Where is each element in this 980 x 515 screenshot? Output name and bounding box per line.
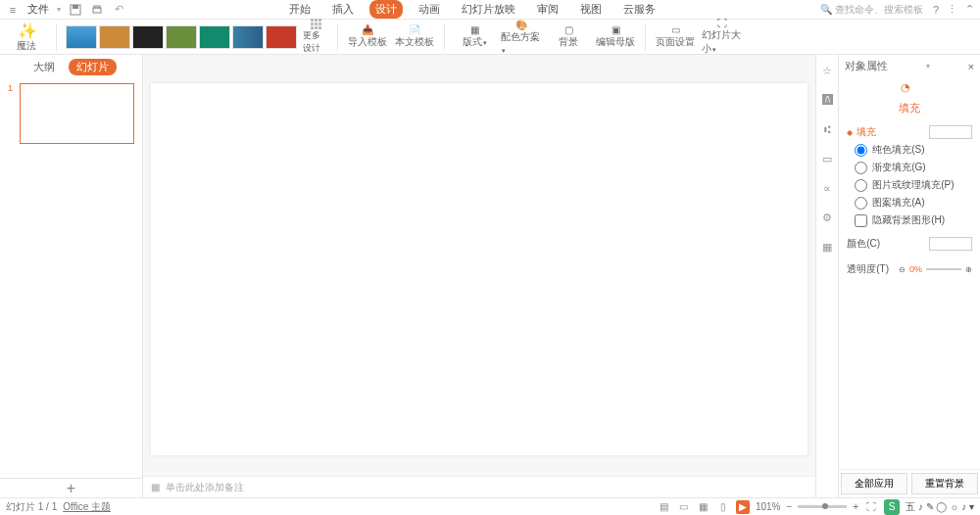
tab-animation[interactable]: 动画 (413, 0, 446, 19)
fill-picture-radio[interactable] (855, 179, 867, 192)
template-thumb[interactable] (266, 25, 297, 49)
styles-icon[interactable]: 🅰 (819, 92, 835, 108)
fill-pattern-option[interactable]: 图案填充(A) (855, 196, 970, 210)
file-menu[interactable]: 文件 (27, 2, 49, 17)
share-icon[interactable]: ∝ (819, 180, 835, 196)
import-icon: 📥 (362, 24, 373, 35)
wps-badge-icon[interactable]: S (884, 499, 900, 515)
tab-start[interactable]: 开始 (283, 0, 317, 19)
fill-solid-radio[interactable] (855, 144, 867, 157)
tab-view[interactable]: 视图 (574, 0, 608, 19)
ime-indicator[interactable]: 五 ♪ ✎ ◯ ☼ ♪ ▾ (906, 500, 974, 514)
separator (56, 23, 57, 51)
fill-pattern-radio[interactable] (855, 197, 867, 210)
normal-view-icon[interactable]: ▭ (677, 500, 691, 514)
reading-view-icon[interactable]: ▯ (716, 500, 730, 514)
template-thumb[interactable] (66, 25, 97, 49)
command-search[interactable]: 🔍 查找命令、搜索模板 (820, 3, 923, 17)
property-title: 对象属性 (845, 59, 888, 73)
current-label: 本文模板 (395, 35, 434, 49)
notes-icon: ▦ (151, 482, 160, 492)
zoom-slider[interactable] (798, 505, 847, 508)
ribbon: ✨ 魔法 更多设计 📥 导入模板 📄 本文模板 ▦ 版式 🎨 配色方案 ▢ 背景… (0, 20, 980, 55)
magic-icon: ✨ (18, 22, 35, 39)
settings-icon[interactable]: ⚙ (819, 210, 835, 225)
ribbon-tabs: 开始 插入 设计 动画 幻灯片放映 审阅 视图 云服务 (125, 0, 820, 19)
tab-cloud[interactable]: 云服务 (617, 0, 662, 19)
fill-gradient-option[interactable]: 渐变填充(G) (855, 161, 970, 174)
notes-pane[interactable]: ▦ 单击此处添加备注 (143, 476, 815, 497)
fill-picture-option[interactable]: 图片或纹理填充(P) (855, 178, 970, 192)
fill-gradient-label: 渐变填充(G) (872, 161, 925, 174)
print-icon[interactable] (90, 3, 104, 17)
edit-master-label: 编辑母版 (596, 35, 635, 49)
tab-design[interactable]: 设计 (369, 0, 403, 19)
color-scheme-label: 配色方案 (501, 30, 542, 55)
fill-gradient-radio[interactable] (855, 162, 867, 174)
help-icon[interactable]: ? (933, 4, 939, 16)
star-icon[interactable]: ☆ (819, 63, 835, 78)
reset-bg-button[interactable]: 重置背景 (911, 473, 978, 494)
save-icon[interactable] (69, 3, 82, 17)
fill-section-title[interactable]: 填充 (839, 119, 980, 141)
palette-icon: 🎨 (515, 20, 527, 30)
fill-picture-label: 图片或纹理填充(P) (872, 178, 954, 192)
property-header: 对象属性▾ × (839, 55, 980, 77)
svg-rect-1 (73, 5, 78, 9)
menu-icon[interactable]: ≡ (6, 3, 20, 17)
slide-thumbnail[interactable] (20, 83, 134, 144)
fill-preview-swatch[interactable] (929, 125, 972, 139)
color-swatch[interactable] (929, 237, 972, 251)
status-bar: 幻灯片 1 / 1 Office 主题 ▤ ▭ ▦ ▯ ▶ 101% − + ⛶… (0, 497, 980, 515)
edit-master-button[interactable]: ▣ 编辑母版 (595, 24, 636, 49)
template-thumb[interactable] (166, 25, 197, 49)
undo-icon[interactable]: ↶ (112, 3, 125, 17)
slides-tab[interactable]: 幻灯片 (69, 59, 117, 75)
template-gallery[interactable] (66, 25, 297, 49)
sorter-view-icon[interactable]: ▦ (697, 500, 710, 514)
magic-button[interactable]: ✨ 魔法 (6, 22, 47, 53)
grid-icon[interactable]: ▦ (819, 239, 835, 255)
tab-insert[interactable]: 插入 (326, 0, 360, 19)
layout-button[interactable]: ▦ 版式 (454, 24, 495, 49)
template-thumb[interactable] (132, 25, 164, 49)
file-menu-drop[interactable]: ▾ (57, 5, 61, 14)
slide-size-button[interactable]: ⛶ 幻灯片大小 (702, 18, 743, 56)
template-thumb[interactable] (199, 25, 230, 49)
close-pane-icon[interactable]: × (968, 61, 974, 72)
zoom-value[interactable]: 101% (756, 501, 781, 512)
more-icon[interactable]: ⋮ (947, 3, 957, 16)
opacity-slider[interactable]: ⊖ 0% ⊕ (899, 264, 972, 274)
zoom-out-icon[interactable]: − (786, 501, 792, 512)
current-template[interactable]: 📄 本文模板 (394, 24, 435, 49)
fit-icon[interactable]: ⛶ (864, 500, 878, 514)
template-thumb[interactable] (99, 25, 130, 49)
hide-bg-checkbox[interactable] (855, 214, 867, 227)
background-icon: ▢ (564, 24, 573, 35)
link-icon[interactable]: ⑆ (819, 121, 835, 137)
fill-solid-label: 纯色填充(S) (872, 143, 924, 157)
apply-all-button[interactable]: 全部应用 (841, 473, 907, 494)
background-button[interactable]: ▢ 背景 (548, 24, 589, 49)
thumbnails[interactable]: 1 (0, 79, 142, 478)
tab-review[interactable]: 审阅 (531, 0, 564, 19)
template-thumb[interactable] (232, 25, 264, 49)
more-designs[interactable]: 更多设计 (303, 25, 328, 49)
slide-canvas[interactable] (151, 83, 808, 455)
collapse-ribbon-icon[interactable]: ⌃ (965, 3, 974, 16)
import-template[interactable]: 📥 导入模板 (347, 24, 388, 49)
fill-solid-option[interactable]: 纯色填充(S) (855, 143, 970, 157)
outline-tab[interactable]: 大纲 (25, 59, 63, 75)
tab-slideshow[interactable]: 幻灯片放映 (456, 0, 521, 19)
slideshow-icon[interactable]: ▶ (736, 500, 750, 514)
page-setup-button[interactable]: ▭ 页面设置 (655, 24, 696, 49)
doc-icon: 📄 (409, 24, 420, 35)
color-scheme-button[interactable]: 🎨 配色方案 (501, 20, 542, 55)
property-category-label: 填充 (899, 101, 920, 116)
notes-view-icon[interactable]: ▤ (658, 500, 671, 514)
hide-bg-option[interactable]: 隐藏背景图形(H) (855, 213, 970, 227)
shapes-icon[interactable]: ▭ (819, 151, 835, 166)
zoom-in-icon[interactable]: + (853, 501, 858, 512)
add-slide-button[interactable]: + (0, 478, 142, 497)
property-category[interactable]: ◔ 填充 (839, 77, 980, 119)
